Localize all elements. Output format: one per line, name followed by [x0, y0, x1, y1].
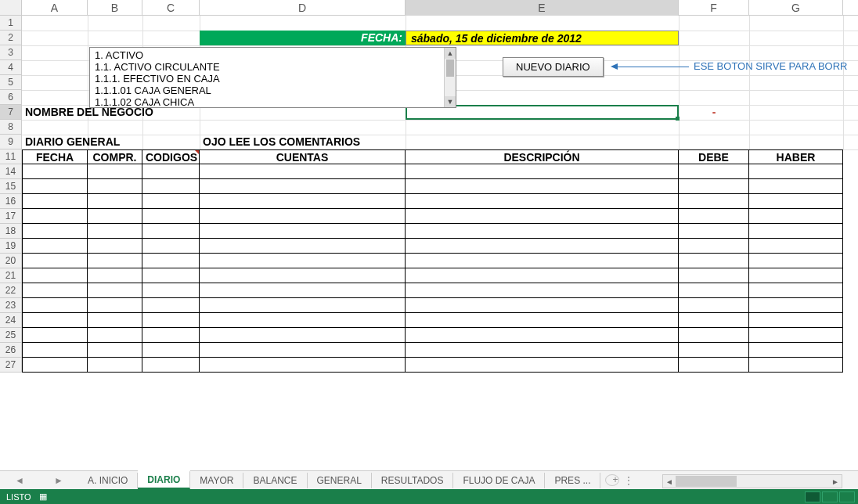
- tab-general[interactable]: GENERAL: [308, 473, 372, 488]
- table-cell[interactable]: [142, 343, 200, 358]
- normal-view-icon[interactable]: [805, 491, 820, 502]
- table-cell[interactable]: [200, 164, 406, 179]
- nuevo-diario-button[interactable]: NUEVO DIARIO: [503, 57, 604, 77]
- row-header[interactable]: 9: [0, 135, 22, 149]
- table-cell[interactable]: [200, 268, 406, 283]
- table-cell[interactable]: [142, 268, 200, 283]
- grid-area[interactable]: FECHA: sábado, 15 de diciembre de 2012 1…: [22, 16, 858, 373]
- table-cell[interactable]: [406, 358, 679, 373]
- table-cell[interactable]: [22, 313, 88, 328]
- col-header-E[interactable]: E: [406, 0, 679, 16]
- table-cell[interactable]: [200, 343, 406, 358]
- tab-pres[interactable]: PRES ...: [545, 473, 600, 488]
- table-cell[interactable]: [88, 328, 142, 343]
- table-cell[interactable]: [88, 194, 142, 209]
- row-header[interactable]: 26: [0, 343, 22, 358]
- add-sheet-icon[interactable]: +: [605, 474, 619, 486]
- scroll-track[interactable]: [676, 475, 829, 488]
- table-cell[interactable]: [200, 358, 406, 373]
- fecha-value[interactable]: sábado, 15 de diciembre de 2012: [406, 31, 679, 45]
- accounts-dropdown[interactable]: 1. ACTIVO 1.1. ACTIVO CIRCULANTE 1.1.1. …: [89, 47, 456, 108]
- col-header-A[interactable]: A: [22, 0, 88, 16]
- col-header-C[interactable]: C: [142, 0, 200, 16]
- tab-diario[interactable]: DIARIO: [138, 470, 190, 489]
- table-cell[interactable]: [22, 254, 88, 268]
- table-cell[interactable]: [406, 164, 679, 179]
- select-all-corner[interactable]: [0, 0, 22, 15]
- table-cell[interactable]: [749, 254, 843, 268]
- table-cell[interactable]: [679, 283, 749, 298]
- table-cell[interactable]: [749, 209, 843, 224]
- col-header-G[interactable]: G: [749, 0, 843, 16]
- scroll-thumb[interactable]: [446, 59, 454, 77]
- table-cell[interactable]: [142, 328, 200, 343]
- table-cell[interactable]: [88, 358, 142, 373]
- table-cell[interactable]: [749, 343, 843, 358]
- table-cell[interactable]: [406, 209, 679, 224]
- table-cell[interactable]: [22, 358, 88, 373]
- table-cell[interactable]: [749, 313, 843, 328]
- table-cell[interactable]: [406, 194, 679, 209]
- table-cell[interactable]: [200, 224, 406, 239]
- table-cell[interactable]: [679, 313, 749, 328]
- table-cell[interactable]: [679, 194, 749, 209]
- row-header[interactable]: 23: [0, 298, 22, 313]
- table-cell[interactable]: [142, 254, 200, 268]
- table-cell[interactable]: [679, 224, 749, 239]
- table-cell[interactable]: [142, 224, 200, 239]
- table-cell[interactable]: [200, 194, 406, 209]
- tab-first-icon[interactable]: ◄: [12, 475, 27, 486]
- table-cell[interactable]: [200, 283, 406, 298]
- dropdown-item[interactable]: 1.1.1. EFECTIVO EN CAJA: [92, 73, 443, 85]
- row-header[interactable]: 4: [0, 60, 22, 75]
- table-cell[interactable]: [22, 283, 88, 298]
- table-cell[interactable]: [406, 328, 679, 343]
- table-cell[interactable]: [749, 194, 843, 209]
- table-cell[interactable]: [749, 179, 843, 194]
- dropdown-list[interactable]: 1. ACTIVO 1.1. ACTIVO CIRCULANTE 1.1.1. …: [92, 49, 443, 106]
- table-cell[interactable]: [749, 328, 843, 343]
- table-cell[interactable]: [200, 209, 406, 224]
- table-cell[interactable]: [22, 268, 88, 283]
- table-cell[interactable]: [679, 358, 749, 373]
- table-cell[interactable]: [749, 239, 843, 254]
- table-cell[interactable]: [679, 298, 749, 313]
- col-header-F[interactable]: F: [679, 0, 749, 16]
- row-header[interactable]: 24: [0, 313, 22, 328]
- tab-next-icon[interactable]: ►: [51, 475, 67, 486]
- table-cell[interactable]: [142, 313, 200, 328]
- tab-flujo[interactable]: FLUJO DE CAJA: [453, 473, 545, 488]
- scroll-right-icon[interactable]: ►: [829, 477, 842, 486]
- scroll-left-icon[interactable]: ◄: [663, 477, 676, 486]
- table-cell[interactable]: [142, 358, 200, 373]
- table-cell[interactable]: [88, 298, 142, 313]
- table-cell[interactable]: [22, 209, 88, 224]
- macro-record-icon[interactable]: ▦: [39, 491, 47, 502]
- row-header[interactable]: 16: [0, 194, 22, 209]
- table-cell[interactable]: [749, 224, 843, 239]
- table-cell[interactable]: [749, 298, 843, 313]
- row-header[interactable]: 11: [0, 149, 22, 164]
- table-cell[interactable]: [142, 194, 200, 209]
- row-header[interactable]: 19: [0, 239, 22, 254]
- table-cell[interactable]: [22, 194, 88, 209]
- table-cell[interactable]: [406, 254, 679, 268]
- table-cell[interactable]: [679, 254, 749, 268]
- table-cell[interactable]: [406, 268, 679, 283]
- row-header[interactable]: 8: [0, 120, 22, 135]
- table-cell[interactable]: [749, 358, 843, 373]
- table-cell[interactable]: [142, 283, 200, 298]
- table-cell[interactable]: [679, 268, 749, 283]
- table-cell[interactable]: [200, 298, 406, 313]
- col-header-B[interactable]: B: [88, 0, 142, 16]
- row-header[interactable]: 21: [0, 268, 22, 283]
- row-header[interactable]: 6: [0, 90, 22, 105]
- table-cell[interactable]: [88, 224, 142, 239]
- col-header-D[interactable]: D: [200, 0, 406, 16]
- tab-resultados[interactable]: RESULTADOS: [372, 473, 454, 488]
- table-cell[interactable]: [22, 328, 88, 343]
- table-cell[interactable]: [22, 179, 88, 194]
- dropdown-item[interactable]: 1.1. ACTIVO CIRCULANTE: [92, 61, 443, 73]
- table-cell[interactable]: [679, 328, 749, 343]
- table-cell[interactable]: [679, 179, 749, 194]
